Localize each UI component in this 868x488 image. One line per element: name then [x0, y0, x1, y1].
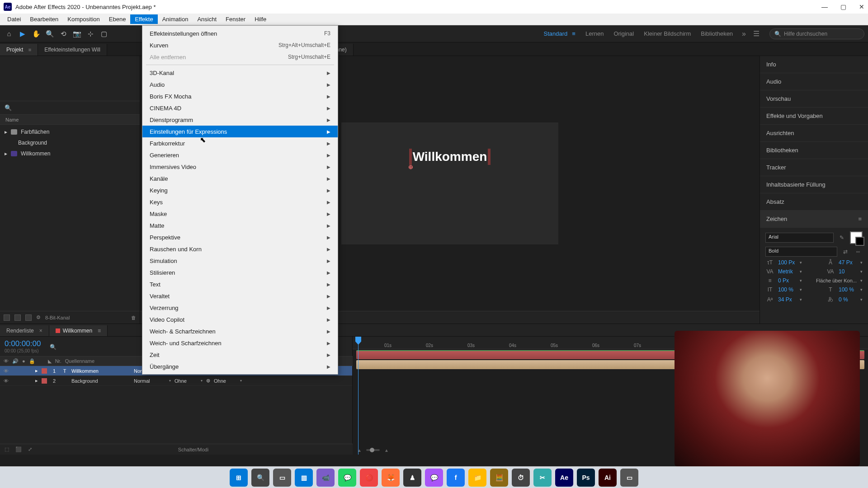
zoom-tool-icon[interactable]: 🔍 [44, 28, 55, 39]
selection-tool-icon[interactable]: ▶ [17, 28, 28, 39]
toggle-switches-icon[interactable]: ⬚ [5, 446, 9, 452]
fx-category-item[interactable]: Perspektive▶ [142, 231, 338, 243]
lock-column-icon[interactable]: 🔒 [29, 358, 35, 364]
fx-category-item[interactable]: Zeit▶ [142, 349, 338, 361]
taskbar-app-icon[interactable]: 🔍 [251, 469, 269, 487]
maximize-button[interactable]: ▢ [840, 3, 846, 10]
taskbar-app-icon[interactable]: ▥ [295, 469, 313, 487]
fx-category-item[interactable]: Einstellungen für Expressions▶ [142, 126, 338, 137]
menu-animation[interactable]: Animation [158, 14, 193, 24]
kerning-value[interactable]: Metrik [778, 268, 796, 275]
fx-category-item[interactable]: Simulation▶ [142, 255, 338, 267]
fx-category-item[interactable]: Veraltet▶ [142, 290, 338, 302]
minimize-button[interactable]: — [821, 3, 828, 10]
timeline-tab[interactable]: Willkommen≡ [49, 325, 108, 336]
project-item[interactable]: ▸Willkommen [0, 148, 140, 159]
shy-column-icon[interactable]: ◣ [48, 358, 52, 364]
taskbar-app-icon[interactable]: Ai [599, 469, 617, 487]
project-item[interactable]: ▸Farbflächen [0, 127, 140, 137]
fx-category-item[interactable]: CINEMA 4D▶ [142, 102, 338, 114]
fx-category-item[interactable]: Video Copilot▶ [142, 314, 338, 325]
fx-menu-item[interactable]: Effekteinstellungen öffnenF3 [142, 28, 338, 39]
fx-category-item[interactable]: Dienstprogramm▶ [142, 114, 338, 126]
panel-bibliotheken[interactable]: Bibliotheken [760, 142, 868, 159]
fx-menu-item[interactable]: KurvenStrg+Alt+Umschalt+E [142, 39, 338, 51]
timeline-layer-row[interactable]: 👁▸2BackgroundNormal▾Ohne▾⊚Ohne▾ [0, 376, 352, 386]
fx-category-item[interactable]: Maske▶ [142, 208, 338, 220]
swap-icon[interactable]: ⇄ [841, 249, 850, 255]
hand-tool-icon[interactable]: ✋ [31, 28, 42, 39]
fx-category-item[interactable]: Verzerrung▶ [142, 302, 338, 314]
taskbar-app-icon[interactable]: ⏱ [512, 469, 530, 487]
tab-effect-controls[interactable]: Effekteinstellungen Will [38, 44, 107, 56]
switches-modes-label[interactable]: Schalter/Modi [178, 447, 208, 452]
fill-over-stroke-dropdown[interactable]: Fläche über Kon... [816, 278, 857, 283]
fx-category-item[interactable]: Boris FX Mocha▶ [142, 90, 338, 102]
taskbar-app-icon[interactable]: 🦊 [382, 469, 400, 487]
baseline-shift-value[interactable]: 34 Px [778, 296, 796, 303]
vscale-value[interactable]: 100 % [778, 286, 796, 293]
overflow-icon[interactable]: » [742, 30, 746, 38]
fx-category-item[interactable]: Stilisieren▶ [142, 267, 338, 278]
fx-category-item[interactable]: Übergänge▶ [142, 361, 338, 372]
panel-info[interactable]: Info [760, 56, 868, 73]
fx-category-item[interactable]: Matte▶ [142, 220, 338, 231]
taskbar-app-icon[interactable]: 🧮 [490, 469, 508, 487]
taskbar-app-icon[interactable]: ▭ [620, 469, 638, 487]
panel-vorschau[interactable]: Vorschau [760, 90, 868, 108]
current-timecode[interactable]: 0:00:00:00 [5, 339, 41, 348]
fx-category-item[interactable]: Keys▶ [142, 196, 338, 208]
anchor-tool-icon[interactable]: ⊹ [85, 28, 96, 39]
menu-hilfe[interactable]: Hilfe [250, 14, 271, 24]
timeline-tab[interactable]: Renderliste× [0, 325, 49, 336]
menu-datei[interactable]: Datei [3, 14, 25, 24]
taskbar-app-icon[interactable]: 📁 [468, 469, 486, 487]
menu-bearbeiten[interactable]: Bearbeiten [25, 14, 63, 24]
visibility-toggle[interactable]: 👁 [4, 378, 10, 384]
workspace-lernen[interactable]: Lernen [585, 30, 604, 37]
fx-category-item[interactable]: Rauschen und Korn▶ [142, 243, 338, 255]
font-family-dropdown[interactable]: Arial [765, 233, 834, 243]
project-column-header[interactable]: Name [0, 115, 140, 125]
taskbar-app-icon[interactable]: f [447, 469, 465, 487]
menu-ebene[interactable]: Ebene [104, 14, 131, 24]
new-comp-icon[interactable] [25, 314, 32, 321]
menu-effekte[interactable]: Effekte [130, 14, 157, 24]
panel-effekte-und-vorgaben[interactable]: Effekte und Vorgaben [760, 108, 868, 125]
tsume-value[interactable]: 0 % [839, 296, 857, 303]
menu-ansicht[interactable]: Ansicht [193, 14, 221, 24]
workspace-bibliotheken[interactable]: Bibliotheken [701, 30, 733, 37]
delete-icon[interactable]: 🗑 [131, 315, 136, 320]
help-search-input[interactable]: 🔍 Hilfe durchsuchen [769, 28, 864, 39]
project-search[interactable]: 🔍 [0, 101, 140, 115]
taskbar-app-icon[interactable]: Ps [577, 469, 595, 487]
fx-category-item[interactable]: Text▶ [142, 278, 338, 290]
timeline-search[interactable]: 🔍 [50, 344, 57, 350]
shape-tool-icon[interactable]: ▢ [99, 28, 109, 39]
fx-category-item[interactable]: Farbkorrektur▶ [142, 137, 338, 149]
workspace-menu-icon[interactable]: ☰ [753, 29, 760, 38]
fx-category-item[interactable]: Weich- und Scharfzeichnen▶ [142, 337, 338, 349]
font-weight-dropdown[interactable]: Bold [765, 247, 837, 257]
new-folder-icon[interactable] [14, 314, 21, 321]
expand-icon[interactable]: ⤢ [28, 446, 32, 452]
rotate-tool-icon[interactable]: ⟲ [58, 28, 69, 39]
interpret-footage-icon[interactable] [4, 314, 10, 321]
fx-category-item[interactable]: 3D-Kanal▶ [142, 67, 338, 79]
fx-category-item[interactable]: Weich- & Scharfzeichnen▶ [142, 325, 338, 337]
canvas-text-layer[interactable]: Willkommen ⊕ [413, 150, 487, 164]
workspace-kleiner-bildschirm[interactable]: Kleiner Bildschirm [644, 30, 691, 37]
stroke-width-value[interactable]: 0 Px [778, 277, 796, 284]
fx-category-item[interactable]: Kanäle▶ [142, 173, 338, 184]
leading-value[interactable]: 47 Px [839, 259, 857, 266]
panel-absatz[interactable]: Absatz [760, 193, 868, 211]
eyedropper-icon[interactable]: ✎ [837, 235, 846, 241]
panel-ausrichten[interactable]: Ausrichten [760, 125, 868, 142]
taskbar-app-icon[interactable]: Ae [555, 469, 573, 487]
workspace-original[interactable]: Original [613, 30, 634, 37]
close-button[interactable]: ✕ [859, 3, 864, 10]
panel-inhaltsbasierte-füllung[interactable]: Inhaltsbasierte Füllung [760, 176, 868, 193]
panel-tracker[interactable]: Tracker [760, 159, 868, 176]
taskbar-app-icon[interactable]: ♟ [403, 469, 421, 487]
taskbar-app-icon[interactable]: ▭ [273, 469, 291, 487]
